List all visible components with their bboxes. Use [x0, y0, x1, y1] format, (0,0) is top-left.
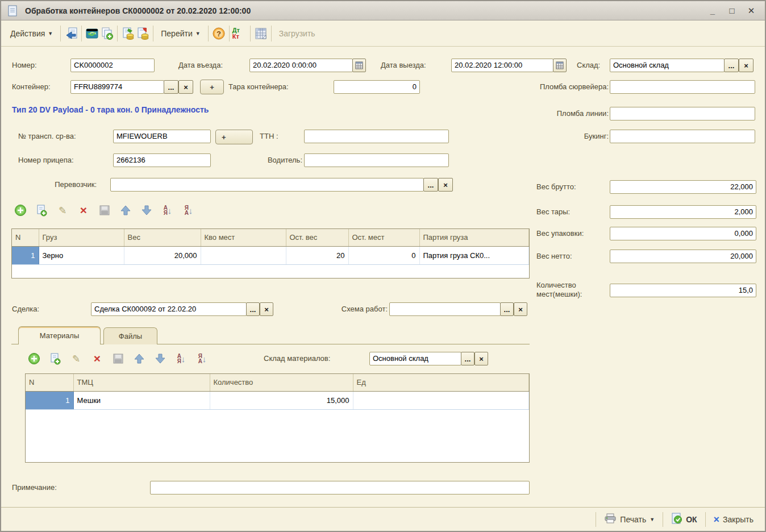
carrier-clear-button[interactable]: ×	[438, 178, 453, 192]
help-icon[interactable]: ?	[211, 26, 226, 41]
work-scheme-input[interactable]	[389, 302, 501, 316]
load-button[interactable]: Загрузить	[274, 27, 320, 40]
container-add-button[interactable]: +	[200, 80, 224, 94]
table-row[interactable]: 1 Мешки 15,000	[26, 391, 529, 409]
cell-batch[interactable]: Партия груза СК0...	[419, 246, 529, 264]
post-document-icon[interactable]	[120, 26, 135, 41]
container-tare-input[interactable]: 0	[334, 80, 420, 94]
cell-places[interactable]	[201, 246, 286, 264]
vehicle-add-button[interactable]: +	[215, 130, 253, 144]
save-and-close-icon[interactable]	[64, 26, 78, 41]
copy-row-icon[interactable]	[48, 352, 62, 365]
spreadsheet-icon[interactable]	[253, 26, 268, 41]
container-clear-button[interactable]: ×	[178, 80, 193, 94]
container-type-info[interactable]: Тип 20 DV Payload - 0 тара кон. 0 Принад…	[12, 105, 209, 114]
materials-warehouse-input[interactable]: Основной склад	[369, 352, 461, 365]
refresh-icon[interactable]	[85, 26, 99, 41]
add-row-icon[interactable]	[27, 352, 41, 365]
warehouse-clear-button[interactable]: ×	[739, 59, 753, 72]
col-cargo[interactable]: Груз	[39, 229, 124, 246]
move-up-icon[interactable]	[132, 352, 146, 365]
cargo-table[interactable]: N Груз Вес Кво мест Ост. вес Ост. мест П…	[11, 228, 530, 279]
vehicle-number-input[interactable]: MFIEWOUERB	[113, 130, 211, 143]
actions-menu-button[interactable]: Действия ▼	[6, 27, 57, 40]
move-up-icon[interactable]	[119, 203, 132, 217]
cell-rest-weight[interactable]: 20	[286, 246, 348, 264]
note-input[interactable]	[150, 481, 530, 494]
materials-warehouse-clear-button[interactable]: ×	[474, 352, 488, 365]
dt-kt-icon[interactable]: Дт Кт	[232, 26, 247, 41]
driver-input[interactable]	[304, 153, 449, 167]
col-rest-places[interactable]: Ост. мест	[348, 229, 419, 246]
sort-asc-icon[interactable]: АЯ↓	[174, 352, 188, 365]
cell-quantity[interactable]: 15,000	[210, 391, 353, 409]
delete-row-icon[interactable]: ×	[77, 203, 90, 217]
surveyor-seal-input[interactable]	[610, 80, 755, 94]
col-places[interactable]: Кво мест	[201, 229, 286, 246]
goto-menu-button[interactable]: Перейти ▼	[156, 27, 205, 40]
tab-materials[interactable]: Материалы	[18, 326, 101, 344]
col-unit[interactable]: Ед	[353, 374, 529, 391]
work-scheme-clear-button[interactable]: ×	[514, 302, 527, 316]
cell-rownum[interactable]: 1	[26, 391, 73, 409]
unpost-document-icon[interactable]	[135, 26, 150, 41]
edit-row-icon[interactable]: ✎	[56, 203, 69, 217]
cell-weight[interactable]: 20,000	[124, 246, 201, 264]
date-out-input[interactable]: 20.02.2020 12:00:00	[451, 59, 553, 72]
places-count-input[interactable]: 15,0	[610, 284, 756, 297]
ok-button[interactable]: ОК	[665, 510, 702, 528]
number-input[interactable]: CK0000002	[70, 59, 155, 72]
deal-clear-button[interactable]: ×	[260, 302, 273, 316]
copy-row-icon[interactable]	[35, 203, 48, 217]
close-button[interactable]: ✕	[746, 6, 757, 16]
date-in-calendar-button[interactable]	[352, 59, 366, 72]
move-down-icon[interactable]	[140, 203, 153, 217]
date-in-input[interactable]: 20.02.2020 0:00:00	[249, 59, 353, 72]
cell-rownum[interactable]: 1	[12, 246, 39, 264]
col-weight[interactable]: Вес	[124, 229, 201, 246]
cell-unit[interactable]	[353, 391, 529, 409]
net-weight-input[interactable]: 20,000	[610, 250, 756, 263]
booking-input[interactable]	[610, 130, 755, 143]
end-edit-icon[interactable]	[111, 352, 125, 365]
col-n[interactable]: N	[12, 229, 39, 246]
delete-row-icon[interactable]: ×	[90, 352, 104, 365]
date-out-calendar-button[interactable]	[553, 59, 567, 72]
move-down-icon[interactable]	[153, 352, 167, 365]
table-row[interactable]: 1 Зерно 20,000 20 0 Партия груза СК0...	[12, 246, 529, 264]
trailer-number-input[interactable]: 2662136	[113, 153, 211, 167]
materials-warehouse-select-button[interactable]: ...	[461, 352, 474, 365]
carrier-input[interactable]	[110, 178, 424, 192]
end-edit-icon[interactable]	[98, 203, 111, 217]
col-quantity[interactable]: Количество	[210, 374, 353, 391]
sort-asc-icon[interactable]: АЯ↓	[161, 203, 174, 217]
cell-tmc[interactable]: Мешки	[73, 391, 210, 409]
work-scheme-select-button[interactable]: ...	[500, 302, 514, 316]
container-select-button[interactable]: ...	[164, 80, 178, 94]
col-tmc[interactable]: ТМЦ	[73, 374, 210, 391]
tare-weight-input[interactable]: 2,000	[610, 205, 756, 219]
copy-new-icon[interactable]	[99, 26, 114, 41]
print-button[interactable]: Печать ▼	[598, 511, 660, 527]
deal-select-button[interactable]: ...	[246, 302, 260, 316]
warehouse-select-button[interactable]: ...	[724, 59, 739, 72]
ttn-input[interactable]	[304, 130, 449, 143]
col-batch[interactable]: Партия груза	[419, 229, 529, 246]
materials-table[interactable]: N ТМЦ Количество Ед 1 Мешки 15,000	[25, 373, 530, 463]
close-form-button[interactable]: × Закрыть	[708, 513, 759, 526]
packaging-weight-input[interactable]: 0,000	[610, 227, 756, 240]
container-input[interactable]: FFRU8899774	[70, 80, 164, 94]
col-n[interactable]: N	[26, 374, 73, 391]
col-rest-weight[interactable]: Ост. вес	[286, 229, 348, 246]
carrier-select-button[interactable]: ...	[423, 178, 438, 192]
warehouse-input[interactable]: Основной склад	[610, 59, 725, 72]
add-row-icon[interactable]	[14, 203, 27, 217]
line-seal-input[interactable]	[610, 107, 755, 120]
cell-rest-places[interactable]: 0	[348, 246, 419, 264]
cell-cargo[interactable]: Зерно	[39, 246, 124, 264]
edit-row-icon[interactable]: ✎	[69, 352, 83, 365]
gross-weight-input[interactable]: 22,000	[610, 180, 756, 194]
sort-desc-icon[interactable]: ЯА↓	[182, 203, 195, 217]
sort-desc-icon[interactable]: ЯА↓	[195, 352, 209, 365]
maximize-button[interactable]: □	[726, 6, 738, 16]
